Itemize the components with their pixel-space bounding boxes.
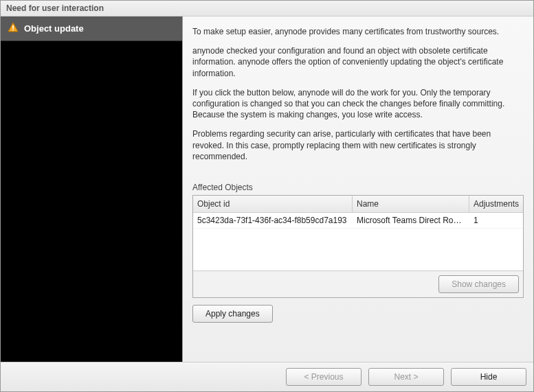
affected-objects-table: Object id Name Adjustments 5c3423da-73f1… [192,195,524,298]
affected-objects-label: Affected Objects [192,183,524,192]
warning-icon [8,22,19,35]
cell-adjustments: 1 [469,213,523,228]
intro-paragraph-2: anynode checked your configuration and f… [192,45,524,79]
dialog-title: Need for user interaction [1,1,533,16]
sidebar-item-label: Object update [24,23,84,34]
sidebar-item-object-update[interactable]: Object update [1,16,182,41]
next-button[interactable]: Next > [368,368,444,386]
table-body: 5c3423da-73f1-436f-ac34-f8b59cd7a193 Mic… [193,213,523,270]
column-header-adjustments[interactable]: Adjustments [469,196,523,212]
cell-name: Microsoft Teams Direct Routing [353,213,469,228]
table-header: Object id Name Adjustments [193,196,523,213]
svg-rect-2 [12,30,14,31]
content-pane: To make setup easier, anynode provides m… [183,16,533,362]
table-footer: Show changes [193,270,523,297]
cell-object-id: 5c3423da-73f1-436f-ac34-f8b59cd7a193 [193,213,353,228]
apply-row: Apply changes [192,305,524,323]
show-changes-button[interactable]: Show changes [438,275,519,293]
column-header-name[interactable]: Name [353,196,469,212]
dialog-footer: < Previous Next > Hide [1,362,533,391]
apply-changes-button[interactable]: Apply changes [192,305,273,323]
svg-rect-1 [12,25,14,29]
intro-paragraph-1: To make setup easier, anynode provides m… [192,26,524,37]
dialog: Need for user interaction Object update … [0,0,534,392]
intro-paragraph-3: If you click the button below, anynode w… [192,87,524,121]
hide-button[interactable]: Hide [451,368,526,386]
sidebar: Object update [1,16,183,362]
intro-paragraph-4: Problems regarding security can arise, p… [192,128,524,162]
table-row[interactable]: 5c3423da-73f1-436f-ac34-f8b59cd7a193 Mic… [193,213,523,229]
previous-button[interactable]: < Previous [286,368,361,386]
column-header-object-id[interactable]: Object id [193,196,353,212]
dialog-body: Object update To make setup easier, anyn… [1,16,533,362]
